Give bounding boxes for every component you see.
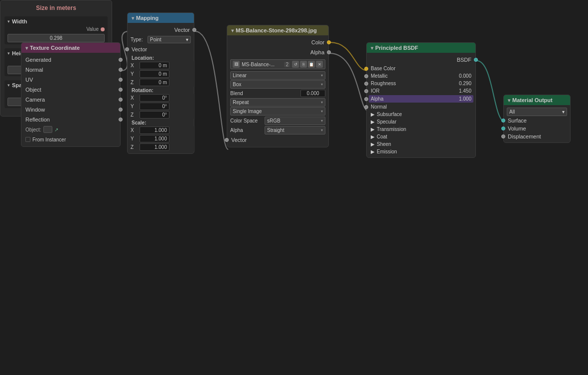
loc-y-label: Y — [131, 71, 138, 77]
specular-arrow: ▶ — [371, 119, 375, 125]
image-color-socket[interactable] — [327, 40, 331, 44]
width-value-socket[interactable] — [101, 27, 105, 31]
tex-coord-uv-row: UV — [21, 75, 120, 85]
ior-socket[interactable] — [364, 89, 368, 93]
camera-socket[interactable] — [119, 98, 123, 102]
image-collapse-icon[interactable]: ▾ — [231, 28, 234, 33]
scale-y-input[interactable] — [140, 135, 169, 142]
width-input[interactable] — [7, 34, 105, 42]
alpha-socket[interactable] — [364, 97, 368, 101]
mapping-vector-in-socket[interactable] — [125, 47, 129, 51]
coat-arrow: ▶ — [371, 134, 375, 139]
scale-z-row: Z — [128, 143, 195, 151]
loc-x-input[interactable] — [140, 62, 169, 69]
spacing-collapse-icon[interactable]: ▾ — [7, 83, 10, 88]
material-collapse-icon[interactable]: ▾ — [508, 98, 510, 103]
mapping-header: ▾ Mapping — [128, 13, 194, 23]
image-alpha-out-label: Alpha — [310, 49, 324, 55]
rot-z-row: Z — [128, 111, 195, 119]
source-dropdown[interactable]: Single Image ▾ — [230, 107, 325, 116]
projection-value: Box — [233, 82, 241, 87]
object-socket[interactable] — [119, 88, 123, 92]
bsdf-out-row: BSDF — [367, 55, 475, 65]
material-all-label: All — [509, 109, 515, 115]
ior-label: IOR — [371, 88, 449, 94]
mapping-type-arrow: ▾ — [186, 37, 188, 42]
volume-label: Volume — [508, 125, 526, 131]
transmission-collapse[interactable]: ▶ Transmission — [371, 126, 471, 132]
roughness-socket[interactable] — [364, 82, 368, 86]
coat-collapse[interactable]: ▶ Coat — [371, 134, 471, 139]
subsurface-section: ▶ Subsurface — [367, 111, 475, 118]
object-label: Object — [25, 87, 41, 93]
object-field-label: Object: — [25, 127, 41, 132]
from-instancer-checkbox[interactable] — [25, 137, 30, 142]
subsurface-arrow: ▶ — [371, 112, 375, 117]
mapping-collapse-icon[interactable]: ▾ — [132, 15, 134, 21]
reflection-socket[interactable] — [119, 118, 123, 122]
rot-x-label: X — [131, 95, 138, 101]
image-color-out-row: Color — [227, 37, 328, 47]
tex-coord-window-row: Window — [21, 105, 120, 115]
rot-z-input[interactable] — [140, 111, 169, 119]
image-reload-btn[interactable]: ↺ — [292, 61, 299, 68]
blend-input[interactable] — [300, 90, 325, 97]
alpha-type-dropdown[interactable]: Straight ▾ — [265, 126, 325, 134]
base-color-socket[interactable] — [364, 67, 368, 71]
generated-socket[interactable] — [119, 58, 123, 62]
object-link-icon[interactable]: ↗ — [54, 127, 58, 132]
tex-coord-title: Texture Coordinate — [30, 45, 80, 51]
scale-x-label: X — [131, 127, 138, 133]
image-paste-btn[interactable]: 📋 — [308, 61, 315, 68]
normal-socket[interactable] — [364, 105, 368, 109]
metallic-socket[interactable] — [364, 74, 368, 78]
texture-coordinate-node: ▾ Texture Coordinate Generated Normal UV… — [21, 42, 121, 147]
bsdf-collapse-icon[interactable]: ▾ — [371, 45, 373, 51]
material-header: ▾ Material Output — [504, 95, 570, 105]
displacement-socket[interactable] — [501, 134, 505, 138]
surface-socket[interactable] — [501, 119, 505, 123]
bsdf-body: BSDF Base Color Metallic 0.000 Roughness… — [367, 53, 475, 157]
color-space-dropdown[interactable]: sRGB ▾ — [265, 117, 325, 125]
projection-dropdown[interactable]: Box ▾ — [230, 80, 325, 89]
mapping-body: Vector Type: Point ▾ Vector Location: X — [128, 23, 194, 153]
rotation-section-label: Rotation: — [128, 87, 194, 94]
displacement-row: Displacement — [504, 132, 570, 140]
emission-collapse[interactable]: ▶ Emission — [371, 149, 471, 154]
sheen-collapse[interactable]: ▶ Sheen — [371, 141, 471, 147]
material-all-dropdown[interactable]: All ▾ — [507, 108, 567, 116]
collapse-icon[interactable]: ▾ — [25, 45, 28, 51]
volume-socket[interactable] — [501, 126, 505, 130]
image-copy-btn[interactable]: ⎘ — [300, 61, 307, 68]
width-value-row: Value — [7, 26, 105, 32]
width-collapse-icon[interactable]: ▾ — [7, 19, 10, 24]
mapping-type-dropdown[interactable]: Point ▾ — [147, 36, 191, 43]
bsdf-out-socket[interactable] — [474, 58, 478, 62]
window-socket[interactable] — [119, 108, 123, 112]
object-color-swatch[interactable] — [43, 126, 52, 133]
bsdf-title: Principled BSDF — [375, 45, 418, 51]
uv-socket[interactable] — [119, 78, 123, 82]
extension-value: Repeat — [233, 100, 249, 105]
mapping-vector-out-label: Vector — [174, 27, 190, 33]
alpha-row: Alpha 1.000 — [369, 95, 473, 103]
height-collapse-icon[interactable]: ▾ — [7, 51, 10, 56]
specular-collapse[interactable]: ▶ Specular — [371, 119, 471, 125]
image-vector-socket[interactable] — [225, 138, 229, 142]
extension-dropdown[interactable]: Repeat ▾ — [230, 98, 325, 107]
rot-x-input[interactable] — [140, 94, 169, 102]
interpolation-dropdown[interactable]: Linear ▾ — [230, 71, 325, 80]
mapping-vector-out-socket[interactable] — [192, 28, 196, 32]
loc-y-input[interactable] — [140, 70, 169, 78]
image-close-btn[interactable]: ✕ — [316, 61, 323, 68]
image-texture-node: ▾ MS-Balance-Stone-298x298.jpg Color Alp… — [227, 25, 329, 147]
specular-label: Specular — [377, 119, 396, 125]
scale-z-input[interactable] — [140, 143, 169, 151]
scale-x-input[interactable] — [140, 126, 169, 134]
subsurface-collapse[interactable]: ▶ Subsurface — [371, 112, 471, 117]
rot-y-input[interactable] — [140, 103, 169, 110]
image-alpha-socket[interactable] — [327, 50, 331, 54]
loc-z-input[interactable] — [140, 79, 169, 86]
normal-socket-out[interactable] — [119, 68, 123, 72]
coat-section: ▶ Coat — [367, 133, 475, 140]
